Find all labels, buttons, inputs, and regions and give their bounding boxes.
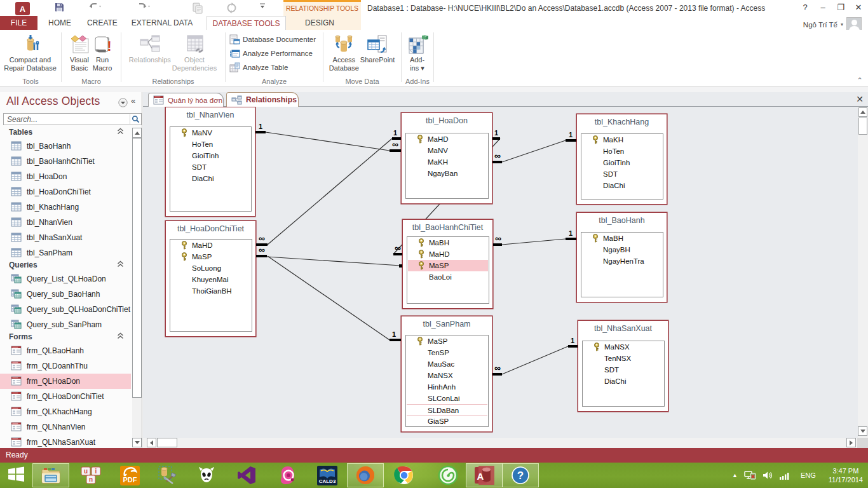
- close-document-icon[interactable]: ✕: [855, 94, 865, 104]
- start-button[interactable]: [5, 463, 27, 487]
- field-row-SDT[interactable]: SDT: [582, 168, 662, 180]
- save-icon[interactable]: [54, 2, 64, 12]
- analyze-table-button[interactable]: Analyze Table: [229, 62, 316, 72]
- relationships-canvas[interactable]: tbl_NhanVienMaNVHoTenGioiTinhSDTDiaChitb…: [143, 107, 857, 438]
- field-row-MaHD[interactable]: MaHD: [407, 133, 487, 145]
- field-row-DiaChi[interactable]: DiaChi: [582, 180, 662, 191]
- nav-item-frm_QLNhanVien[interactable]: frm_QLNhanVien: [0, 419, 131, 435]
- field-row-MaNV[interactable]: MaNV: [407, 145, 487, 156]
- nav-item-frm_QLHoaDon[interactable]: frm_QLHoaDon: [0, 374, 131, 389]
- field-row-MaHD[interactable]: MaHD: [171, 240, 251, 251]
- add-ins-button[interactable]: Add-ins ▾: [407, 32, 428, 72]
- collapse-ribbon-icon[interactable]: ⌃: [855, 76, 865, 85]
- document-tab-relationships[interactable]: Relationships: [226, 92, 299, 107]
- field-row-HoTen[interactable]: HoTen: [171, 139, 250, 150]
- maximize-button[interactable]: ❐: [834, 1, 848, 14]
- collapse-section-icon[interactable]: [117, 261, 124, 269]
- horizontal-scroll-thumb[interactable]: [157, 438, 177, 447]
- scroll-left-button[interactable]: [147, 438, 156, 447]
- close-button[interactable]: ✕: [851, 1, 865, 14]
- field-row-SDT[interactable]: SDT: [171, 161, 250, 173]
- scroll-right-button[interactable]: [846, 438, 856, 447]
- field-row-NgayBan[interactable]: NgayBan: [407, 168, 487, 179]
- field-row-MaSP[interactable]: MaSP: [171, 251, 251, 262]
- taskbar-item-help[interactable]: ?: [502, 463, 539, 487]
- field-row-HinhAnh[interactable]: HinhAnh: [407, 381, 487, 393]
- nav-item-frm_QLDoanhThu[interactable]: frm_QLDoanhThu: [0, 358, 131, 374]
- ribbon-tab-external-data[interactable]: EXTERNAL DATA: [126, 16, 198, 30]
- visual-basic-button[interactable]: VisualBasic: [69, 32, 90, 72]
- field-row-KhuyenMai[interactable]: KhuyenMai: [171, 274, 251, 285]
- clock[interactable]: 3:47 PM 11/17/2014: [829, 466, 863, 484]
- compact-and-repair-database-button[interactable]: Compact andRepair Database: [4, 32, 57, 72]
- table-tbl_SanPham[interactable]: tbl_SanPhamMaSPTenSPMauSacMaNSXHinhAnhSL…: [401, 316, 492, 432]
- scroll-up-button[interactable]: [858, 107, 867, 117]
- nav-pane-title[interactable]: All Access Objects: [6, 95, 100, 108]
- table-tbl_HoaDonChiTiet[interactable]: tbl_HoaDonChiTietMaHDMaSPSoLuongKhuyenMa…: [165, 220, 256, 337]
- taskbar-item-unikey[interactable]: uin: [72, 463, 109, 487]
- nav-scroll-thumb[interactable]: [132, 138, 142, 398]
- document-tab-form[interactable]: Quản lý hóa đơn: [148, 93, 224, 107]
- signal-bars-icon[interactable]: [779, 471, 790, 480]
- nav-section-tables[interactable]: Tables: [0, 126, 131, 139]
- relationship-line[interactable]: [268, 139, 392, 245]
- taskbar-item-db-tools[interactable]: [149, 463, 186, 487]
- taskbar-item-zing[interactable]: [269, 463, 306, 487]
- taskbar-item-access[interactable]: A: [466, 463, 503, 487]
- taskbar-item-visual-studio[interactable]: [228, 463, 265, 487]
- relationship-line[interactable]: [266, 132, 390, 151]
- help-button[interactable]: ?: [798, 1, 812, 14]
- search-icon[interactable]: [130, 114, 140, 124]
- field-row-MaBH[interactable]: MaBH: [408, 237, 488, 248]
- taskbar-item-chrome[interactable]: [386, 463, 423, 487]
- language-indicator[interactable]: ENG: [801, 471, 816, 479]
- redo-icon[interactable]: [137, 2, 151, 11]
- nav-item-Query_sub_QLHoaDonChiTiet[interactable]: Query_sub_QLHoaDonChiTiet: [0, 302, 131, 317]
- taskbar-item-firefox[interactable]: [347, 463, 384, 487]
- nav-item-frm_QLNhaSanXuat[interactable]: frm_QLNhaSanXuat: [0, 435, 131, 448]
- relationship-line[interactable]: [502, 140, 566, 162]
- field-row-GioiTinh[interactable]: GioiTinh: [171, 150, 250, 161]
- nav-collapse-icon[interactable]: «: [131, 96, 135, 105]
- ribbon-tab-home[interactable]: HOME: [41, 16, 79, 30]
- field-row-MaNSX[interactable]: MaNSX: [583, 341, 663, 353]
- nav-item-frm_QLHoaDonChiTiet[interactable]: frm_QLHoaDonChiTiet: [0, 389, 131, 404]
- nav-scrollbar[interactable]: [132, 128, 142, 447]
- field-row-TenSP[interactable]: TenSP: [407, 347, 487, 358]
- table-tbl_KhachHang[interactable]: tbl_KhachHangMaKHHoTenGioiTinhSDTDiaChi: [576, 114, 667, 205]
- vertical-scrollbar[interactable]: [858, 107, 868, 438]
- field-row-MauSac[interactable]: MauSac: [407, 358, 487, 370]
- field-row-SLDaBan[interactable]: SLDaBan: [407, 404, 487, 416]
- table-tbl_NhaSanXuat[interactable]: tbl_NhaSanXuatMaNSXTenNSXSDTDiaChi: [578, 320, 668, 412]
- nav-item-tbl_HoaDon[interactable]: tbl_HoaDon: [0, 169, 131, 184]
- collapse-section-icon[interactable]: [117, 332, 124, 341]
- nav-menu-icon[interactable]: [118, 98, 128, 109]
- nav-item-tbl_KhachHang[interactable]: tbl_KhachHang: [0, 200, 131, 215]
- field-row-MaKH[interactable]: MaKH: [407, 156, 487, 168]
- table-tbl_HoaDon[interactable]: tbl_HoaDonMaHDMaNVMaKHNgayBan: [401, 112, 492, 204]
- sharepoint-button[interactable]: SharePoint: [360, 32, 395, 72]
- tab-design[interactable]: DESIGN: [278, 16, 361, 30]
- relationship-line[interactable]: [502, 346, 568, 374]
- tray-expand-icon[interactable]: ▲: [732, 472, 738, 478]
- analyze-performance-button[interactable]: Analyze Performance: [229, 48, 316, 58]
- nav-item-frm_QLKhachHang[interactable]: frm_QLKhachHang: [0, 404, 131, 419]
- search-input[interactable]: Search...: [3, 113, 142, 125]
- field-row-MaSP[interactable]: MaSP: [408, 260, 488, 271]
- nav-scroll-down-button[interactable]: [132, 438, 142, 447]
- field-row-GioiTinh[interactable]: GioiTinh: [582, 157, 662, 168]
- field-row-SoLuong[interactable]: SoLuong: [171, 262, 251, 274]
- nav-item-tbl_HoaDonChiTiet[interactable]: tbl_HoaDonChiTiet: [0, 184, 131, 200]
- field-row-MaSP[interactable]: MaSP: [407, 336, 487, 347]
- field-row-BaoLoi[interactable]: BaoLoi: [408, 271, 488, 283]
- qat-customize-icon[interactable]: [259, 2, 266, 10]
- collapse-section-icon[interactable]: [117, 128, 124, 137]
- taskbar-item-cald3[interactable]: CALD3: [309, 463, 346, 487]
- field-row-MaBH[interactable]: MaBH: [582, 233, 662, 244]
- database-documenter-button[interactable]: Database Documenter: [229, 34, 316, 44]
- field-row-DiaChi[interactable]: DiaChi: [583, 376, 663, 387]
- run-macro-button[interactable]: !RunMacro: [92, 32, 113, 72]
- vertical-scroll-thumb[interactable]: [858, 118, 867, 135]
- nav-section-forms[interactable]: Forms: [0, 330, 131, 343]
- pc-alert-icon[interactable]: [744, 470, 756, 480]
